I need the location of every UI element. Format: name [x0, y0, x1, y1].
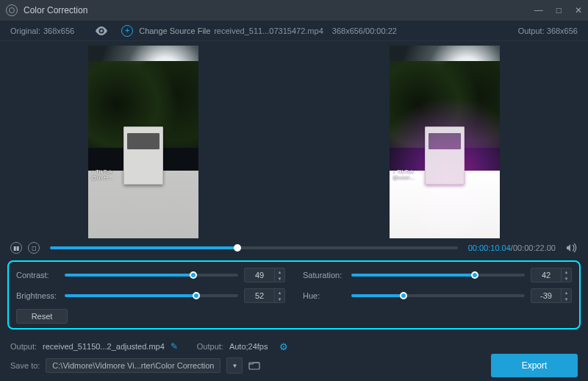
info-toolbar: Original: 368x656 + Change Source File r…	[0, 21, 588, 41]
contrast-slider[interactable]	[65, 274, 238, 277]
original-label: Original:	[10, 26, 40, 35]
brightness-slider[interactable]	[65, 294, 238, 297]
hue-spinner[interactable]: -39▲▼	[531, 288, 572, 303]
source-dim-dur: 368x656/00:00:22	[332, 26, 397, 35]
export-button[interactable]: Export	[491, 354, 578, 377]
color-adjust-panel: Contrast: 49▲▼ Saturation: 42▲▼ Brightne…	[7, 260, 581, 330]
save-path-field[interactable]: C:\Vidmore\Vidmore Vi...rter\Color Corre…	[46, 358, 220, 373]
output-settings-value: Auto;24fps	[229, 342, 268, 351]
reset-button[interactable]: Reset	[16, 309, 68, 324]
adjusted-preview: ♪ TikTok@user...	[390, 46, 500, 238]
hue-control: Hue: -39▲▼	[303, 288, 572, 303]
playback-timeline: ▮▮ ◻ 00:00:10.04/00:00:22.00	[0, 238, 588, 257]
window-title: Color Correction	[24, 5, 87, 15]
output-file-label: Output:	[10, 342, 37, 351]
seek-progress	[50, 246, 237, 249]
hue-up[interactable]: ▲	[562, 289, 571, 296]
saturation-down[interactable]: ▼	[562, 275, 571, 282]
output-settings-label: Output:	[197, 342, 223, 351]
brightness-control: Brightness: 52▲▼	[16, 288, 285, 303]
add-source-icon[interactable]: +	[121, 25, 133, 37]
hue-slider[interactable]	[351, 294, 525, 297]
save-to-label: Save to:	[10, 361, 40, 370]
brightness-up[interactable]: ▲	[275, 289, 284, 296]
contrast-control: Contrast: 49▲▼	[16, 268, 285, 282]
output-settings-icon[interactable]: ⚙	[279, 341, 288, 352]
seek-knob[interactable]	[234, 244, 241, 252]
stop-button[interactable]: ◻	[28, 242, 40, 254]
output-dimensions: Output: 368x656	[518, 26, 578, 35]
source-filename: received_511...07315472.mp4	[214, 26, 323, 35]
bottom-panel: Output: received_51150...2_adjusted.mp4 …	[0, 334, 588, 381]
close-button[interactable]: ✕	[575, 5, 582, 15]
preview-toggle-icon[interactable]	[95, 26, 108, 35]
saturation-spinner[interactable]: 42▲▼	[531, 268, 572, 282]
change-source-button[interactable]: Change Source File	[139, 26, 210, 35]
play-pause-button[interactable]: ▮▮	[10, 242, 22, 254]
contrast-down[interactable]: ▼	[275, 275, 284, 282]
contrast-up[interactable]: ▲	[275, 268, 284, 275]
edit-output-name-icon[interactable]: ✎	[171, 341, 178, 352]
output-file-name: received_51150...2_adjusted.mp4	[43, 342, 165, 351]
app-logo-icon	[6, 4, 18, 16]
hue-down[interactable]: ▼	[562, 296, 571, 302]
source-file-info: received_511...07315472.mp4 368x656/00:0…	[214, 26, 397, 35]
volume-icon[interactable]	[566, 243, 578, 252]
saturation-slider[interactable]	[351, 274, 525, 277]
tiktok-watermark: ♪ TikTok@user...	[91, 169, 113, 182]
minimize-button[interactable]: —	[534, 5, 543, 15]
contrast-spinner[interactable]: 49▲▼	[244, 268, 285, 282]
save-path-dropdown[interactable]: ▼	[226, 357, 243, 374]
titlebar: Color Correction — □ ✕	[0, 0, 588, 21]
original-preview: ♪ TikTok@user...	[88, 46, 198, 238]
original-dim: 368x656	[43, 26, 74, 35]
preview-area: ♪ TikTok@user... ♪ TikTok@user...	[0, 41, 588, 238]
svg-rect-1	[249, 363, 259, 369]
seek-slider[interactable]	[50, 246, 458, 249]
saturation-control: Saturation: 42▲▼	[303, 268, 572, 282]
brightness-spinner[interactable]: 52▲▼	[244, 288, 285, 303]
saturation-up[interactable]: ▲	[562, 268, 571, 275]
open-folder-icon[interactable]	[248, 361, 260, 370]
brightness-down[interactable]: ▼	[275, 296, 284, 302]
timecode: 00:00:10.04/00:00:22.00	[468, 243, 556, 252]
maximize-button[interactable]: □	[556, 5, 562, 15]
svg-point-0	[100, 29, 103, 32]
